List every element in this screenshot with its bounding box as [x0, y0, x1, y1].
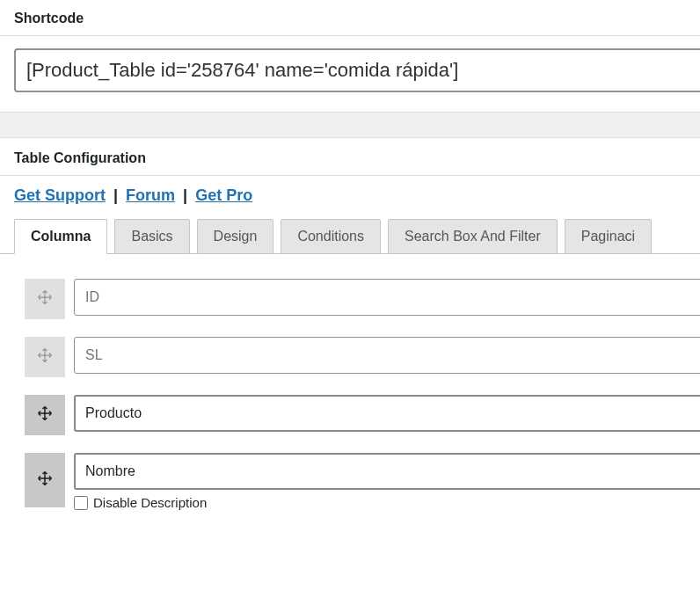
shortcode-section-header: Shortcode — [0, 0, 700, 36]
tab-conditions[interactable]: Conditions — [281, 219, 381, 254]
disable-description-label[interactable]: Disable Description — [93, 495, 207, 510]
get-support-link[interactable]: Get Support — [14, 186, 106, 204]
drag-handle[interactable] — [25, 337, 65, 377]
support-links-row: Get Support | Forum | Get Pro — [0, 176, 700, 214]
drag-handle[interactable] — [25, 395, 65, 435]
column-row — [25, 337, 686, 377]
column-row: Disable Description — [25, 453, 686, 510]
column-body — [74, 337, 686, 374]
drag-handle[interactable] — [25, 279, 65, 319]
shortcode-input[interactable] — [14, 48, 700, 92]
move-icon — [36, 405, 54, 426]
column-input-id[interactable] — [74, 279, 700, 316]
column-row — [25, 395, 686, 435]
get-pro-link[interactable]: Get Pro — [195, 186, 252, 204]
svg-point-1 — [44, 354, 47, 357]
drag-handle[interactable] — [25, 453, 65, 507]
columna-tab-panel: Disable Description — [0, 253, 700, 545]
tab-search-filter[interactable]: Search Box And Filter — [388, 219, 558, 254]
svg-point-2 — [44, 412, 47, 415]
column-row — [25, 279, 686, 319]
column-body — [74, 395, 686, 432]
tab-basics[interactable]: Basics — [114, 219, 189, 254]
forum-link[interactable]: Forum — [126, 186, 175, 204]
column-body — [74, 279, 686, 316]
disable-description-checkbox[interactable] — [74, 496, 88, 510]
column-input-sl[interactable] — [74, 337, 700, 374]
column-input-producto[interactable] — [74, 395, 700, 432]
move-icon — [36, 346, 54, 368]
table-config-header: Table Configuration — [0, 138, 700, 176]
column-body: Disable Description — [74, 453, 686, 510]
disable-description-row: Disable Description — [74, 495, 686, 510]
link-separator: | — [113, 186, 118, 204]
move-icon — [36, 470, 54, 491]
tab-columna[interactable]: Columna — [14, 219, 107, 254]
section-divider — [0, 112, 700, 138]
config-tabs: Columna Basics Design Conditions Search … — [0, 219, 700, 254]
tab-pagination[interactable]: Paginaci — [565, 219, 652, 254]
move-icon — [36, 288, 54, 310]
column-input-nombre[interactable] — [74, 453, 700, 490]
shortcode-area — [0, 36, 700, 112]
tab-design[interactable]: Design — [197, 219, 274, 254]
svg-point-3 — [44, 477, 47, 480]
svg-point-0 — [44, 296, 47, 299]
link-separator: | — [183, 186, 187, 204]
